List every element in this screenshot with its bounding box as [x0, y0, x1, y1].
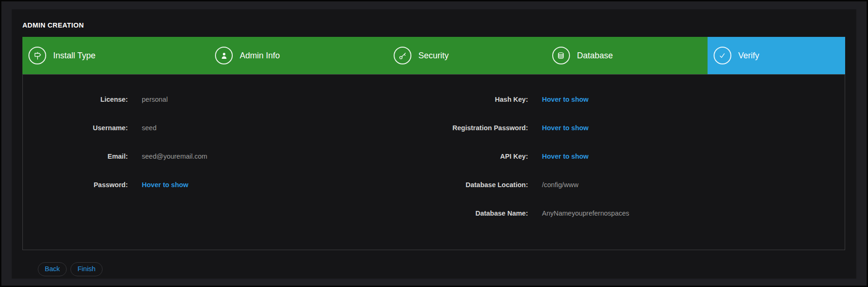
verify-right-column: Hash Key: Hover to show Registration Pas… — [434, 75, 845, 227]
email-label: Email: — [23, 153, 128, 160]
license-label: License: — [23, 96, 128, 103]
database-location-label: Database Location: — [434, 181, 528, 189]
database-name-row: Database Name: AnyNameyouprefernospaces — [434, 199, 845, 227]
app-window: ADMIN CREATION Install Type — [0, 0, 868, 287]
license-value: personal — [142, 96, 168, 103]
database-icon — [552, 47, 570, 64]
password-row: Password: Hover to show — [23, 170, 434, 199]
hash-key-reveal-link[interactable]: Hover to show — [542, 96, 589, 103]
username-label: Username: — [23, 124, 128, 132]
step-database[interactable]: Database — [546, 37, 708, 74]
page-title: ADMIN CREATION — [22, 21, 845, 29]
license-row: License: personal — [23, 85, 434, 113]
api-key-label: API Key: — [434, 153, 528, 160]
api-key-row: API Key: Hover to show — [434, 142, 845, 170]
key-icon — [394, 47, 411, 64]
database-name-label: Database Name: — [434, 210, 528, 217]
step-label: Security — [418, 51, 449, 61]
email-row: Email: seed@youremail.com — [23, 142, 434, 170]
email-value: seed@youremail.com — [142, 153, 207, 160]
password-reveal-link[interactable]: Hover to show — [142, 181, 188, 189]
registration-password-row: Registration Password: Hover to show — [434, 113, 845, 142]
wizard-actions: Back Finish — [38, 262, 845, 276]
registration-password-reveal-link[interactable]: Hover to show — [542, 124, 589, 132]
signpost-icon — [28, 47, 46, 64]
database-location-row: Database Location: /config/www — [434, 170, 845, 199]
wizard-step-bar: Install Type Admin Info — [22, 37, 845, 74]
user-icon — [215, 47, 233, 64]
step-install-type[interactable]: Install Type — [22, 37, 209, 74]
step-label: Admin Info — [240, 51, 280, 61]
username-value: seed — [142, 124, 156, 132]
api-key-reveal-link[interactable]: Hover to show — [542, 153, 589, 160]
step-label: Database — [577, 51, 613, 61]
hash-key-row: Hash Key: Hover to show — [434, 85, 845, 113]
verify-left-column: License: personal Username: seed Email: … — [23, 75, 434, 199]
admin-creation-panel: ADMIN CREATION Install Type — [12, 9, 856, 279]
database-location-value: /config/www — [542, 181, 578, 189]
check-icon — [714, 47, 731, 64]
username-row: Username: seed — [23, 113, 434, 142]
step-security[interactable]: Security — [388, 37, 546, 74]
back-button[interactable]: Back — [38, 262, 67, 276]
step-label: Verify — [738, 51, 759, 61]
step-label: Install Type — [53, 51, 96, 61]
password-label: Password: — [23, 181, 128, 189]
registration-password-label: Registration Password: — [434, 124, 528, 132]
hash-key-label: Hash Key: — [434, 96, 528, 103]
step-admin-info[interactable]: Admin Info — [209, 37, 388, 74]
step-verify[interactable]: Verify — [708, 37, 845, 74]
finish-button[interactable]: Finish — [70, 262, 103, 276]
verify-summary-panel: License: personal Username: seed Email: … — [22, 74, 845, 250]
database-name-value: AnyNameyouprefernospaces — [542, 210, 629, 217]
